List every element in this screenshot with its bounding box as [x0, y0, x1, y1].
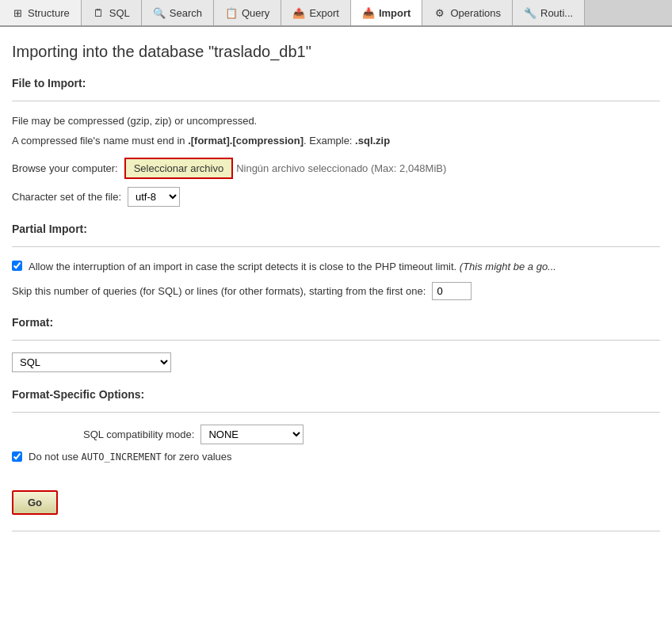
bottom-divider [12, 531, 660, 531]
file-to-import-section: File to Import: File may be compressed (… [12, 77, 660, 207]
operations-icon: ⚙ [433, 6, 446, 19]
format-title: Format: [12, 316, 660, 332]
go-button[interactable]: Go [12, 490, 58, 515]
structure-icon: ⊞ [11, 6, 24, 19]
format-specific-title: Format-Specific Options: [12, 388, 660, 404]
format-section: Format: SQL CSV CSV using LOAD DATA JSON… [12, 316, 660, 372]
charset-select[interactable]: utf-8 utf-16 latin1 ascii [128, 187, 180, 207]
search-icon: 🔍 [153, 6, 166, 19]
auto-increment-row: Do not use AUTO_INCREMENT for zero value… [12, 451, 660, 463]
skip-row: Skip this number of queries (for SQL) or… [12, 282, 660, 300]
import-icon: 📥 [362, 6, 375, 19]
charset-label: Character set of the file: [12, 191, 121, 203]
example-bold: .sql.zip [355, 135, 390, 147]
skip-input[interactable] [432, 282, 472, 300]
tab-import-label: Import [379, 7, 410, 19]
no-file-text: Ningún archivo seleccionado (Max: 2,048M… [233, 162, 446, 174]
charset-row: Character set of the file: utf-8 utf-16 … [12, 187, 660, 207]
page-title: Importing into the database "traslado_db… [12, 43, 660, 61]
tab-structure-label: Structure [28, 7, 70, 19]
export-icon: 📤 [292, 6, 305, 19]
timeout-note: (This might be a go... [460, 261, 556, 272]
browse-label: Browse your computer: [12, 162, 118, 174]
auto-increment-checkbox[interactable] [12, 451, 22, 462]
interruption-label: Allow the interruption of an import in c… [29, 259, 556, 275]
skip-label: Skip this number of queries (for SQL) or… [12, 285, 426, 297]
interruption-checkbox[interactable] [12, 261, 22, 271]
tab-query[interactable]: 📋 Query [214, 0, 281, 25]
file-info-line2: A compressed file's name must end in .[f… [12, 133, 660, 150]
file-input-wrapper: Seleccionar archivo Ningún archivo selec… [124, 158, 447, 179]
tab-sql-label: SQL [109, 7, 130, 19]
sql-compat-row: SQL compatibility mode: NONE ANSI DB2 MA… [12, 425, 660, 444]
tab-operations[interactable]: ⚙ Operations [422, 0, 513, 25]
sql-compat-select[interactable]: NONE ANSI DB2 MAXDB MYSQL323 MYSQL40 MSS… [200, 425, 304, 444]
query-icon: 📋 [225, 6, 238, 19]
auto-increment-label: Do not use AUTO_INCREMENT for zero value… [29, 451, 232, 463]
tab-export[interactable]: 📤 Export [281, 0, 351, 25]
file-to-import-title: File to Import: [12, 77, 660, 93]
format-section-divider [12, 340, 660, 341]
sql-icon: 🗒 [93, 6, 105, 19]
partial-section-divider [12, 246, 660, 247]
auto-increment-code: AUTO_INCREMENT [82, 451, 162, 463]
select-file-button[interactable]: Seleccionar archivo [124, 158, 233, 179]
tab-export-label: Export [309, 7, 339, 19]
file-info-line1: File may be compressed (gzip, zip) or un… [12, 113, 660, 130]
tab-search[interactable]: 🔍 Search [142, 0, 214, 25]
tab-import[interactable]: 📥 Import [351, 0, 422, 27]
tab-routines[interactable]: 🔧 Routi... [513, 0, 585, 25]
file-section-divider [12, 101, 660, 101]
format-select-row: SQL CSV CSV using LOAD DATA JSON Mediawi… [12, 352, 660, 372]
tab-search-label: Search [170, 7, 202, 19]
sql-compat-label: SQL compatibility mode: [83, 428, 194, 440]
routines-icon: 🔧 [524, 6, 536, 19]
main-content: Importing into the database "traslado_db… [0, 27, 672, 547]
format-specific-section: Format-Specific Options: SQL compatibili… [12, 388, 660, 463]
file-browse-row: Browse your computer: Seleccionar archiv… [12, 158, 660, 179]
format-specific-divider [12, 412, 660, 413]
format-bold: .[format].[compression] [188, 135, 304, 147]
interruption-checkbox-row: Allow the interruption of an import in c… [12, 259, 660, 275]
partial-import-section: Partial Import: Allow the interruption o… [12, 223, 660, 301]
tab-sql[interactable]: 🗒 SQL [82, 0, 142, 25]
tab-structure[interactable]: ⊞ Structure [0, 0, 82, 25]
tab-operations-label: Operations [450, 7, 501, 19]
tab-query-label: Query [242, 7, 269, 19]
partial-import-title: Partial Import: [12, 223, 660, 238]
tab-routines-label: Routi... [540, 7, 573, 19]
format-select[interactable]: SQL CSV CSV using LOAD DATA JSON Mediawi… [12, 352, 171, 372]
tab-bar: ⊞ Structure 🗒 SQL 🔍 Search 📋 Query 📤 Exp… [0, 0, 672, 27]
